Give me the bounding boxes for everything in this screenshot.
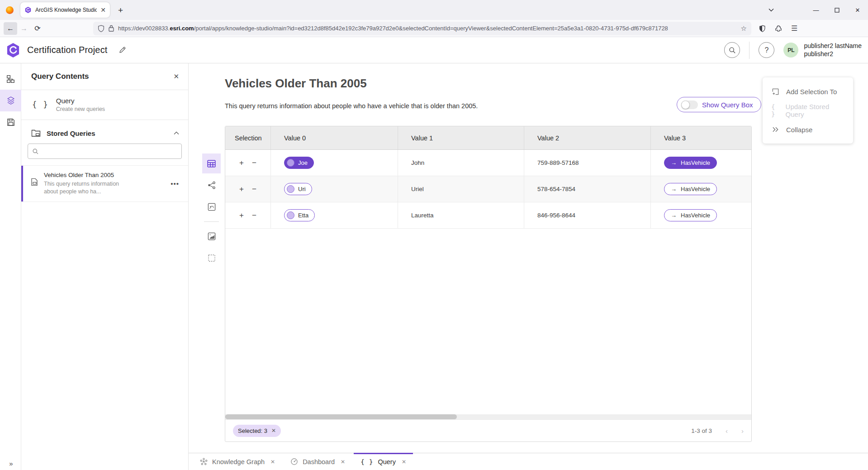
entity-label: Uri <box>298 186 306 192</box>
entity-pill[interactable]: Uri <box>284 183 312 195</box>
add-to-selection-button[interactable]: + <box>239 211 244 219</box>
chevron-up-icon[interactable] <box>174 131 179 135</box>
list-tabs-icon[interactable] <box>768 8 774 12</box>
stored-query-item[interactable]: Vehicles Older Than 2005 This query retu… <box>21 165 188 202</box>
tab-close-icon[interactable]: ✕ <box>270 459 275 465</box>
arrow-right-icon: → <box>671 186 677 192</box>
table-header-row: SelectionValue 0Value 1Value 2Value 3 <box>225 126 751 150</box>
browser-tab-bar: ArcGIS Knowledge Studio ✕ + — ✕ <box>0 0 868 20</box>
rail-data-model-button[interactable] <box>0 68 21 90</box>
column-header[interactable]: Value 3 <box>650 126 751 149</box>
url-field[interactable]: https://dev0028833.esri.com/portal/apps/… <box>93 22 751 35</box>
browser-tab[interactable]: ArcGIS Knowledge Studio ✕ <box>20 2 110 18</box>
table-body: +−JoeJohn759-889-57168→HasVehicle+−UriUr… <box>225 150 751 229</box>
toggle-track[interactable] <box>681 101 698 109</box>
rail-contents-button[interactable] <box>0 90 21 111</box>
prev-page-icon[interactable]: ‹ <box>726 427 728 435</box>
expand-rail-icon[interactable]: » <box>0 460 21 467</box>
entity-pill[interactable]: Etta <box>284 209 315 221</box>
tab-close-icon[interactable]: ✕ <box>402 459 406 465</box>
item-options-icon[interactable]: ••• <box>171 180 182 187</box>
chart-view-button[interactable] <box>202 197 221 217</box>
edit-title-icon[interactable] <box>119 46 126 54</box>
table-row[interactable]: +−EttaLauretta846-956-8644→HasVehicle <box>225 202 751 229</box>
arrow-right-icon: → <box>671 159 677 166</box>
menu-item-collapse[interactable]: Collapse <box>763 120 853 139</box>
search-input[interactable] <box>43 148 177 155</box>
table-row[interactable]: +−UriUriel578-654-7854→HasVehicle <box>225 176 751 202</box>
user-name[interactable]: publisher2 lastName publisher2 <box>804 42 862 58</box>
remove-from-selection-button[interactable]: − <box>252 159 256 167</box>
column-header[interactable]: Value 1 <box>398 126 524 149</box>
entity-pill[interactable]: Joe <box>284 157 314 169</box>
selection-tools-button[interactable] <box>202 248 221 268</box>
tab-label: Knowledge Graph <box>212 458 265 465</box>
page-description: This query returns information about peo… <box>225 102 478 110</box>
toggle-knob <box>681 101 690 109</box>
layers-icon <box>6 96 15 105</box>
rail-save-button[interactable] <box>0 111 21 133</box>
remove-from-selection-button[interactable]: − <box>252 211 256 219</box>
tab-close-icon[interactable]: ✕ <box>341 459 345 465</box>
add-to-selection-button[interactable]: + <box>239 185 244 193</box>
table-view-button[interactable] <box>202 153 221 173</box>
stored-queries-search[interactable] <box>28 144 182 159</box>
stored-queries-title: Stored Queries <box>47 129 95 137</box>
collapse-icon <box>771 126 779 133</box>
query-item[interactable]: { } Query Create new queries <box>21 90 188 120</box>
tab-knowledge-graph[interactable]: Knowledge Graph✕ <box>192 453 283 470</box>
map-view-button[interactable] <box>202 226 221 246</box>
new-tab-button[interactable]: + <box>118 6 123 14</box>
add-to-selection-button[interactable]: + <box>239 159 244 167</box>
menu-icon[interactable]: ☰ <box>791 25 797 32</box>
relationship-pill[interactable]: →HasVehicle <box>664 157 717 169</box>
show-query-box-toggle[interactable]: Show Query Box <box>677 97 761 112</box>
next-page-icon[interactable]: › <box>741 427 744 435</box>
link-chart-view-button[interactable] <box>202 175 221 195</box>
back-button[interactable]: ← <box>4 22 17 35</box>
table-row[interactable]: +−JoeJohn759-889-57168→HasVehicle <box>225 150 751 176</box>
window-maximize-button[interactable] <box>826 2 847 18</box>
project-title: Certification Project <box>27 45 108 55</box>
search-button[interactable] <box>724 42 740 58</box>
panel-title: Query Contents <box>31 72 89 81</box>
tab-close-icon[interactable]: ✕ <box>100 7 106 13</box>
bookmark-star-icon[interactable]: ☆ <box>741 24 747 33</box>
window-close-button[interactable]: ✕ <box>847 2 868 18</box>
protections-icon[interactable] <box>759 25 766 32</box>
header-divider <box>749 42 749 59</box>
tab-title: ArcGIS Knowledge Studio <box>35 7 97 13</box>
arcgis-knowledge-logo-icon <box>6 43 20 58</box>
tracking-shield-icon[interactable] <box>98 25 104 32</box>
firefox-icon[interactable] <box>6 6 14 14</box>
avatar[interactable]: PL <box>783 43 798 58</box>
search-icon <box>32 148 39 155</box>
relationship-pill[interactable]: →HasVehicle <box>664 209 717 221</box>
column-header[interactable]: Value 0 <box>270 126 398 149</box>
tab-dashboard[interactable]: Dashboard✕ <box>283 453 353 470</box>
help-button[interactable]: ? <box>759 42 774 58</box>
clear-selection-icon[interactable]: ✕ <box>271 427 276 434</box>
arrow-right-icon: → <box>671 212 677 219</box>
extensions-icon[interactable] <box>775 25 782 32</box>
selected-count-chip[interactable]: Selected: 3 ✕ <box>233 425 281 437</box>
relationship-pill[interactable]: →HasVehicle <box>664 183 717 195</box>
refresh-button[interactable]: ⟳ <box>31 22 44 35</box>
column-header[interactable]: Value 2 <box>524 126 650 149</box>
column-header[interactable]: Selection <box>225 126 270 149</box>
remove-from-selection-button[interactable]: − <box>252 185 256 193</box>
panel-close-icon[interactable]: ✕ <box>173 72 179 81</box>
browser-url-bar: ← → ⟳ https://dev0028833.esri.com/portal… <box>0 20 868 37</box>
menu-item-add-selection-to[interactable]: Add Selection To <box>763 82 853 101</box>
screen: ArcGIS Knowledge Studio ✕ + — ✕ ← → ⟳ <box>0 0 868 470</box>
scrollbar-thumb[interactable] <box>225 414 457 419</box>
stored-queries-header[interactable]: Stored Queries <box>21 120 188 143</box>
lock-icon[interactable] <box>109 25 114 32</box>
selected-count-label: Selected: 3 <box>238 427 267 434</box>
forward-button[interactable]: → <box>17 22 31 35</box>
tab-query[interactable]: { }Query✕ <box>353 453 414 470</box>
horizontal-scrollbar[interactable] <box>225 414 751 419</box>
page-title: Vehicles Older Than 2005 <box>225 77 367 91</box>
hierarchy-icon <box>6 75 15 83</box>
window-minimize-button[interactable]: — <box>806 2 826 18</box>
